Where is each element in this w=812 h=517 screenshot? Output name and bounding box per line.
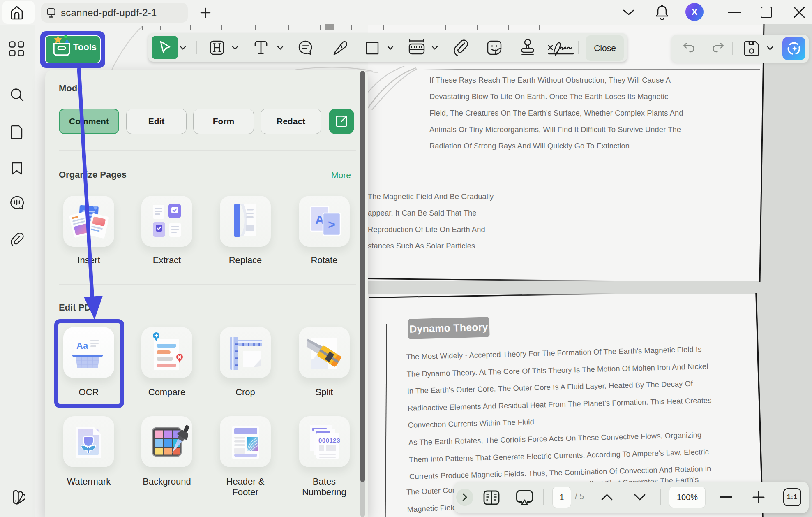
svg-text:>: > — [328, 218, 335, 231]
svg-text:Aa: Aa — [76, 341, 88, 351]
svg-text:000123: 000123 — [318, 437, 340, 444]
